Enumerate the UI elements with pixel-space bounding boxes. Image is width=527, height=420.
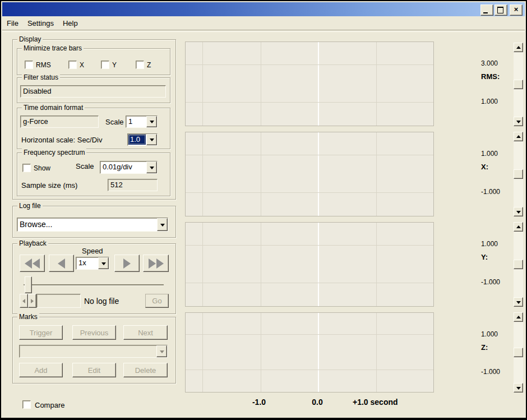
step-back-button[interactable]	[49, 255, 74, 272]
menu-help[interactable]: Help	[58, 18, 82, 29]
delete-button[interactable]: Delete	[123, 363, 168, 377]
trace-bar-divider	[202, 313, 203, 392]
chart-y-bottom-value: -1.000	[481, 278, 500, 286]
chart-x-axis-label: X:	[481, 163, 488, 171]
add-button[interactable]: Add	[19, 363, 63, 377]
rewind-button[interactable]	[20, 255, 45, 272]
go-button[interactable]: Go	[145, 294, 169, 308]
playback-slider-track[interactable]	[24, 284, 164, 286]
previous-button[interactable]: Previous	[72, 325, 116, 340]
scrollbar-thumb[interactable]	[514, 80, 523, 89]
chevron-down-icon	[160, 350, 164, 353]
speed-combobox-value: 1x	[76, 257, 98, 269]
spectrum-scale-combobox-value: 0.01g/div	[100, 161, 146, 173]
scroll-up-button[interactable]	[514, 132, 523, 141]
minimize-trace-bars-legend: Minimize trace bars	[22, 44, 84, 52]
scrollbar-thumb[interactable]	[514, 260, 523, 269]
chart-x-bottom-value: -1.000	[481, 188, 500, 196]
menu-settings[interactable]: Settings	[23, 18, 58, 29]
gridline-vertical	[261, 313, 261, 392]
show-spectrum-checkbox[interactable]	[22, 164, 31, 172]
arrow-up-icon	[516, 225, 521, 228]
chart-rms-scrollbar[interactable]	[514, 43, 523, 126]
arrow-down-icon	[516, 121, 521, 123]
compare-checkbox[interactable]	[22, 400, 31, 409]
gridline-center	[318, 42, 319, 126]
scroll-up-button[interactable]	[514, 312, 523, 322]
edit-button[interactable]: Edit	[72, 363, 116, 377]
rms-checkbox[interactable]	[25, 61, 33, 69]
scrollbar-thumb[interactable]	[514, 169, 523, 179]
scroll-down-button[interactable]	[514, 117, 523, 126]
y-checkbox[interactable]	[101, 61, 109, 69]
position-spin-up-button[interactable]	[28, 294, 36, 308]
horizontal-scale-combobox-value: 1.0	[128, 135, 146, 145]
gridline-horizontal	[186, 155, 433, 155]
title-bar[interactable]: ×	[2, 2, 525, 16]
chart-rms-top-value: 3.000	[481, 59, 498, 67]
scroll-down-button[interactable]	[514, 383, 523, 393]
speed-combobox-button[interactable]	[98, 257, 109, 269]
arrow-down-icon	[516, 301, 521, 304]
horizontal-scale-combobox-button[interactable]	[146, 134, 157, 145]
chevron-down-icon	[150, 121, 154, 123]
chart-rms-bottom-value: 1.000	[481, 98, 498, 105]
spectrum-scale-combobox-button[interactable]	[146, 161, 157, 173]
sample-size-field: 512	[108, 179, 158, 191]
position-spin-down-button[interactable]	[20, 294, 28, 308]
fast-forward-button[interactable]	[143, 255, 169, 272]
scroll-down-button[interactable]	[514, 207, 523, 216]
trace-bar-divider	[202, 223, 203, 306]
log-file-combobox-button[interactable]	[157, 218, 168, 231]
spectrum-scale-combobox[interactable]: 0.01g/div	[100, 161, 158, 174]
menu-bar: File Settings Help	[3, 17, 524, 29]
z-checkbox[interactable]	[136, 61, 144, 69]
gridline-horizontal	[186, 64, 433, 65]
chart-z-scrollbar[interactable]	[514, 312, 523, 393]
chart-y-scrollbar[interactable]	[514, 222, 523, 307]
maximize-button[interactable]	[494, 4, 507, 16]
horizontal-scale-combobox[interactable]: 1.0	[127, 133, 158, 146]
filter-status-field: Disabled	[20, 85, 166, 98]
window-frame: × File Settings Help Display Minimize tr…	[1, 1, 526, 418]
log-file-combobox[interactable]: Browse...	[17, 218, 168, 232]
trigger-button[interactable]: Trigger	[19, 325, 63, 340]
play-button[interactable]	[114, 255, 140, 272]
gridline-vertical	[376, 132, 377, 216]
time-domain-legend: Time domain format	[22, 104, 85, 112]
chevron-down-icon	[101, 262, 106, 265]
minimize-icon	[483, 12, 488, 13]
chevron-down-icon	[150, 139, 154, 141]
marks-combobox-button[interactable]	[156, 345, 167, 357]
chart-x-scrollbar[interactable]	[514, 132, 523, 216]
scale-combobox[interactable]: 1	[126, 116, 158, 128]
y-checkbox-label: Y	[112, 61, 117, 69]
chart-y-top-value: 1.000	[481, 240, 498, 248]
scroll-up-button[interactable]	[514, 222, 523, 232]
gridline-vertical	[376, 42, 377, 126]
position-field[interactable]	[36, 294, 81, 308]
gridline-horizontal	[186, 370, 433, 370]
gridline-center	[318, 223, 319, 306]
close-button[interactable]: ×	[510, 4, 523, 16]
display-group-legend: Display	[17, 35, 43, 43]
marks-combobox[interactable]	[19, 345, 168, 358]
playback-legend: Playback	[17, 239, 48, 247]
gridline-vertical	[261, 223, 261, 306]
frequency-spectrum-legend: Frequency spectrum	[22, 149, 86, 156]
rewind-icon	[25, 259, 40, 269]
menu-file[interactable]: File	[3, 18, 23, 29]
minimize-button[interactable]	[480, 4, 493, 16]
close-icon: ×	[510, 5, 522, 15]
chevron-down-icon	[150, 167, 154, 169]
speed-combobox[interactable]: 1x	[76, 257, 109, 270]
scroll-up-button[interactable]	[514, 43, 523, 52]
scale-combobox-value: 1	[126, 116, 146, 127]
scale-combobox-button[interactable]	[146, 116, 157, 127]
playback-slider-thumb[interactable]	[25, 276, 32, 293]
next-button[interactable]: Next	[123, 325, 168, 340]
log-file-legend: Log file	[17, 202, 43, 210]
x-checkbox[interactable]	[68, 61, 77, 69]
scroll-down-button[interactable]	[514, 297, 523, 307]
scrollbar-thumb[interactable]	[514, 348, 523, 357]
